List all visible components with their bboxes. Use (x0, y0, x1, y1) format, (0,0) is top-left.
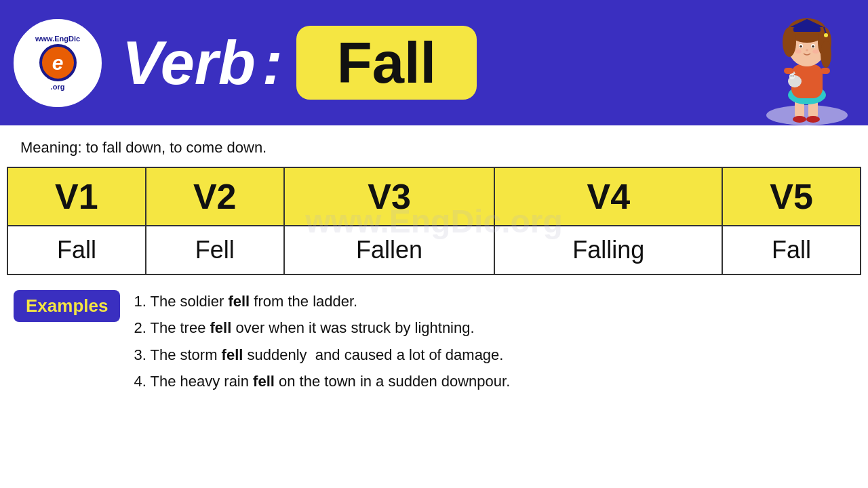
svg-point-27 (795, 49, 802, 54)
col-v1: V1 (7, 167, 146, 226)
verb-forms-table: V1 V2 V3 V4 V5 Fall Fell Fallen Falling … (7, 167, 861, 275)
logo: www.EngDic e .org (14, 19, 102, 107)
table-header-row: V1 V2 V3 V4 V5 (7, 167, 861, 226)
cell-v2: Fell (146, 226, 284, 274)
table-section: V1 V2 V3 V4 V5 Fall Fell Fallen Falling … (0, 167, 868, 275)
colon: : (262, 33, 283, 94)
cell-v5: Fall (722, 226, 861, 274)
svg-rect-15 (821, 68, 830, 74)
svg-rect-14 (784, 68, 793, 74)
cell-v4: Falling (494, 226, 722, 274)
svg-point-3 (793, 116, 806, 123)
girl-illustration (753, 0, 861, 125)
svg-point-28 (812, 49, 819, 54)
examples-section: Examples 1. The soldier fell from the la… (0, 275, 868, 403)
svg-point-25 (812, 45, 814, 48)
svg-point-4 (806, 116, 820, 123)
header-banner: www.EngDic e .org Verb : Fall (0, 0, 868, 125)
list-item: 3. The storm fell suddenly and caused a … (134, 342, 510, 367)
svg-point-0 (766, 105, 848, 125)
svg-point-13 (793, 75, 794, 77)
col-v5: V5 (722, 167, 861, 226)
cell-v1: Fall (7, 226, 146, 274)
list-item: 4. The heavy rain fell on the town in a … (134, 369, 510, 394)
verb-label: Verb (122, 33, 256, 94)
list-item: 1. The soldier fell from the ladder. (134, 289, 510, 314)
svg-rect-29 (793, 27, 821, 32)
examples-badge: Examples (14, 290, 120, 322)
logo-text-top: www.EngDic (35, 35, 80, 43)
logo-letter: e (52, 52, 64, 75)
table-data-row: Fall Fell Fallen Falling Fall (7, 226, 861, 274)
meaning-label: Meaning: to fall down, to come down. (20, 139, 267, 156)
svg-point-21 (821, 41, 831, 68)
table-wrapper: V1 V2 V3 V4 V5 Fall Fell Fallen Falling … (7, 167, 861, 275)
logo-e-circle: e (39, 44, 77, 81)
verb-word: Fall (337, 34, 436, 92)
header-title-area: Verb : Fall (102, 26, 854, 100)
svg-point-12 (791, 75, 792, 77)
col-v4: V4 (494, 167, 722, 226)
svg-point-32 (824, 33, 828, 37)
examples-list: 1. The soldier fell from the ladder. 2. … (134, 289, 510, 396)
meaning-section: Meaning: to fall down, to come down. (0, 125, 868, 167)
list-item: 2. The tree fell over when it was struck… (134, 315, 510, 340)
svg-point-24 (800, 45, 802, 48)
svg-point-11 (789, 74, 795, 79)
cell-v3: Fallen (284, 226, 495, 274)
col-v3: V3 (284, 167, 495, 226)
col-v2: V2 (146, 167, 284, 226)
svg-point-26 (806, 49, 808, 52)
girl-svg (760, 0, 854, 125)
verb-box: Fall (296, 26, 477, 100)
logo-org: .org (51, 83, 65, 91)
